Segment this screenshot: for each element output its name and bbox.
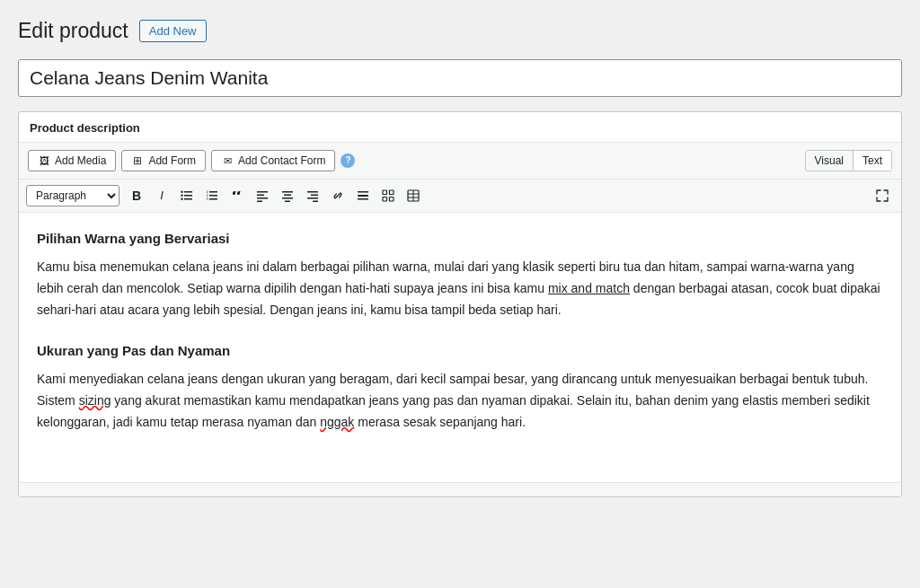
svg-rect-31 (390, 197, 394, 201)
svg-rect-26 (358, 195, 368, 197)
blockquote-button[interactable] (226, 184, 249, 207)
sizing-text: sizing (79, 393, 111, 408)
product-title-input[interactable] (18, 59, 902, 97)
add-contact-form-label: Add Contact Form (238, 154, 325, 167)
table-button[interactable] (402, 184, 425, 207)
horizontal-rule-button[interactable] (351, 184, 375, 207)
align-left-button[interactable] (251, 184, 274, 207)
svg-rect-25 (358, 191, 368, 193)
svg-point-3 (181, 190, 182, 192)
add-contact-form-button[interactable]: Add Contact Form (211, 150, 335, 171)
svg-rect-2 (184, 198, 192, 200)
svg-rect-19 (285, 200, 290, 202)
editor-section-label: Product description (19, 112, 901, 143)
visual-text-tabs: Visual Text (805, 150, 892, 171)
svg-point-4 (181, 194, 182, 196)
bold-button[interactable]: B (125, 184, 148, 207)
visual-tab[interactable]: Visual (806, 151, 854, 171)
contact-form-icon (221, 154, 234, 167)
svg-rect-27 (358, 198, 368, 200)
ordered-list-button[interactable]: 123 (200, 184, 224, 207)
add-form-label: Add Form (148, 154, 196, 167)
svg-line-24 (337, 194, 340, 197)
svg-rect-20 (307, 191, 318, 193)
editor-top-toolbar: Add Media Add Form Add Contact Form ? Vi… (19, 143, 901, 180)
add-media-button[interactable]: Add Media (28, 150, 116, 171)
svg-rect-7 (209, 195, 217, 197)
add-form-button[interactable]: Add Form (121, 150, 206, 171)
svg-rect-17 (284, 194, 291, 196)
media-icon (38, 154, 50, 167)
svg-rect-0 (184, 191, 192, 193)
italic-button[interactable]: I (150, 184, 173, 207)
nggak-text: nggak (320, 415, 354, 429)
align-center-button[interactable] (276, 184, 299, 207)
svg-rect-18 (282, 197, 293, 199)
svg-text:3: 3 (207, 197, 209, 201)
form-icon (131, 154, 144, 167)
product-description-editor: Product description Add Media Add Form A… (18, 111, 902, 497)
text-tab[interactable]: Text (854, 151, 891, 171)
svg-rect-6 (209, 191, 217, 193)
section2-paragraph: Kami menyediakan celana jeans dengan uku… (37, 369, 883, 433)
paragraph-format-select[interactable]: Paragraph Heading 1 Heading 2 Heading 3 … (26, 185, 119, 206)
svg-rect-13 (257, 194, 264, 196)
svg-rect-29 (390, 190, 394, 195)
svg-rect-22 (307, 197, 318, 199)
align-right-button[interactable] (301, 184, 324, 207)
mix-and-match-text: mix and match (548, 281, 630, 295)
unordered-list-button[interactable] (175, 184, 199, 207)
svg-rect-23 (313, 200, 318, 202)
expand-editor-button[interactable] (871, 184, 894, 207)
svg-point-5 (181, 197, 182, 199)
section1-heading: Pilihan Warna yang Bervariasi (37, 227, 883, 250)
link-button[interactable] (326, 184, 349, 207)
editor-content-area[interactable]: Pilihan Warna yang Bervariasi Kamu bisa … (19, 213, 901, 482)
section2-heading: Ukuran yang Pas dan Nyaman (37, 339, 883, 363)
svg-rect-16 (282, 191, 293, 193)
editor-footer (19, 482, 901, 496)
svg-rect-14 (257, 197, 268, 199)
add-media-label: Add Media (55, 154, 106, 167)
svg-rect-15 (257, 200, 262, 202)
page-title: Edit product (18, 18, 128, 45)
add-new-button[interactable]: Add New (139, 20, 207, 42)
page-header: Edit product Add New (18, 18, 902, 45)
svg-rect-28 (383, 190, 387, 195)
editor-format-toolbar: Paragraph Heading 1 Heading 2 Heading 3 … (19, 180, 901, 213)
svg-rect-21 (311, 194, 318, 196)
help-icon[interactable]: ? (341, 154, 355, 168)
svg-rect-8 (209, 198, 217, 200)
svg-rect-12 (257, 191, 268, 193)
special-chars-button[interactable] (376, 184, 400, 207)
svg-rect-1 (184, 195, 192, 197)
section1-paragraph: Kamu bisa menemukan celana jeans ini dal… (37, 257, 883, 320)
svg-rect-30 (383, 197, 387, 201)
